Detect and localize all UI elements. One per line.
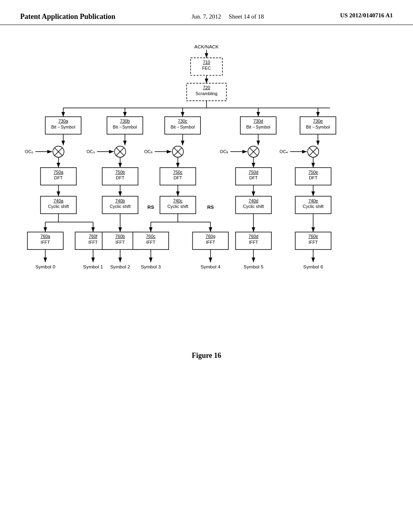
label-760a: 760a xyxy=(40,234,50,239)
label-760g: 760g xyxy=(206,234,215,239)
label-740e: 740e xyxy=(308,198,318,203)
label-scrambling: Scrambling xyxy=(196,91,217,96)
oc0-label: OC₀ xyxy=(25,150,33,154)
symbol-2-label: Symbol 2 xyxy=(110,264,130,270)
patent-number: US 2012/0140716 A1 xyxy=(340,12,393,19)
label-760d: 760d xyxy=(248,234,258,239)
label-740a-text: Cyclic shift xyxy=(48,204,69,209)
symbol-5-label: Symbol 5 xyxy=(244,264,264,270)
label-740c-text: Cyclic shift xyxy=(167,204,188,209)
oc4-label: OC₄ xyxy=(280,150,288,154)
rs-label-2: RS xyxy=(207,205,214,210)
label-760g-text: IFFT xyxy=(206,240,215,245)
label-750e-text: DFT xyxy=(309,176,317,181)
label-760e-text: IFFT xyxy=(309,240,318,245)
label-750d: 750d xyxy=(248,170,258,175)
label-760e: 760e xyxy=(308,234,318,239)
label-760b: 760b xyxy=(115,234,125,239)
label-740e-text: Cyclic shift xyxy=(303,204,324,209)
diagram-area: ACK/NACK 710 FEC 720 Scrambling 730a Bit… xyxy=(0,41,413,360)
figure-label: Figure 16 xyxy=(192,351,221,360)
symbol-4-label: Symbol 4 xyxy=(200,264,221,270)
publication-date: Jun. 7, 2012 xyxy=(192,13,221,20)
label-730a: 730a xyxy=(58,119,69,124)
label-730c: 730c xyxy=(178,119,188,124)
label-730e: 730e xyxy=(313,119,323,124)
label-720: 720 xyxy=(203,85,210,90)
label-750b: 750b xyxy=(115,170,125,175)
label-740a: 740a xyxy=(54,198,64,203)
label-760b-text: IFFT xyxy=(115,240,125,245)
label-710: 710 xyxy=(203,60,210,65)
label-740d: 740d xyxy=(248,198,258,203)
label-760c: 760c xyxy=(146,234,156,239)
label-730e-text: Bit→Symbol xyxy=(306,125,330,129)
label-760c-text: IFFT xyxy=(146,240,155,245)
label-730d-text: Bit→Symbol xyxy=(246,125,270,129)
ack-nack-label: ACK/NACK xyxy=(194,44,219,50)
oc3-label: OC₃ xyxy=(220,150,228,154)
label-730c-text: Bit→Symbol xyxy=(171,125,195,129)
label-730d: 730d xyxy=(253,119,263,124)
oc1-label: OC₁ xyxy=(86,150,94,154)
label-760f: 760f xyxy=(89,234,98,239)
publication-title: Patent Application Publication xyxy=(20,12,115,21)
page-header: Patent Application Publication Jun. 7, 2… xyxy=(0,0,413,25)
sheet-info: Sheet 14 of 18 xyxy=(229,13,264,20)
label-730b-text: Bit→Symbol xyxy=(113,125,137,129)
label-750a: 750a xyxy=(54,170,64,175)
label-750d-text: DFT xyxy=(249,176,258,181)
label-740c: 740c xyxy=(173,198,183,203)
label-fec: FEC xyxy=(202,66,211,71)
label-740d-text: Cyclic shift xyxy=(243,204,264,209)
label-730a-text: Bit→Symbol xyxy=(51,125,75,129)
oc2-label: OC₂ xyxy=(144,150,152,154)
label-750a-text: DFT xyxy=(54,176,63,181)
label-750e: 750e xyxy=(308,170,318,175)
symbol-6-label: Symbol 6 xyxy=(303,264,323,270)
label-740b: 740b xyxy=(115,198,125,203)
symbol-1-label: Symbol 1 xyxy=(83,264,103,270)
diagram-svg: ACK/NACK 710 FEC 720 Scrambling 730a Bit… xyxy=(25,41,388,343)
header-center: Jun. 7, 2012 Sheet 14 of 18 xyxy=(192,12,264,21)
label-750c-text: DFT xyxy=(173,176,182,181)
label-760d-text: IFFT xyxy=(249,240,258,245)
label-760a-text: IFFT xyxy=(41,240,50,245)
label-750c: 750c xyxy=(173,170,183,175)
label-760f-text: IFFT xyxy=(88,240,98,245)
label-730b: 730b xyxy=(120,119,130,124)
rs-label-1: RS xyxy=(148,205,154,210)
label-740b-text: Cyclic shift xyxy=(110,204,131,209)
label-750b-text: DFT xyxy=(116,176,124,181)
symbol-0-label: Symbol 0 xyxy=(35,264,56,270)
symbol-3-label: Symbol 3 xyxy=(141,264,161,270)
